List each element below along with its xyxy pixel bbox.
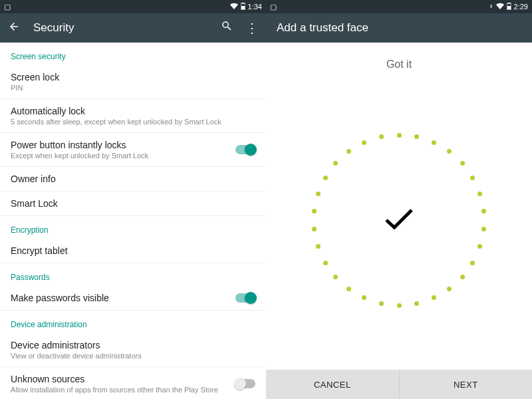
progress-dot — [333, 275, 338, 279]
wifi-icon — [230, 3, 238, 11]
progress-dot — [481, 227, 486, 231]
progress-dot — [460, 161, 465, 166]
row-text: Device administratorsView or deactivate … — [11, 340, 255, 360]
row-text: Smart Lock — [11, 198, 255, 209]
progress-dot — [447, 149, 452, 154]
svg-rect-5 — [507, 6, 511, 9]
progress-dot — [447, 287, 452, 291]
progress-dot — [432, 140, 436, 145]
progress-dot — [477, 192, 482, 196]
progress-dot — [312, 209, 317, 213]
settings-row[interactable]: Power button instantly locksExcept when … — [0, 133, 266, 167]
progress-dot — [323, 176, 328, 180]
settings-row[interactable]: Device administratorsView or deactivate … — [0, 333, 266, 367]
checkmark-icon — [382, 205, 416, 235]
progress-dot — [323, 261, 328, 265]
toggle-switch[interactable] — [235, 293, 255, 303]
progress-dot — [481, 209, 486, 213]
bluetooth-icon — [489, 3, 493, 11]
settings-row[interactable]: Owner info — [0, 167, 266, 192]
row-title: Owner info — [11, 174, 255, 184]
progress-dot — [470, 261, 475, 265]
progress-dot-circle — [313, 134, 485, 307]
section-header: Encryption — [0, 216, 266, 239]
back-icon[interactable] — [7, 21, 21, 36]
row-text: Screen lockPIN — [11, 72, 255, 92]
svg-rect-2 — [241, 6, 245, 9]
overflow-menu-icon[interactable]: ⋮ — [245, 20, 259, 36]
toggle-switch[interactable] — [235, 145, 255, 154]
picture-icon: ▢ — [4, 3, 11, 11]
row-text: Unknown sourcesAllow installation of app… — [11, 374, 235, 394]
progress-dot — [316, 244, 321, 249]
toggle-switch[interactable] — [235, 379, 255, 388]
row-text: Automatically lock5 seconds after sleep,… — [11, 106, 255, 126]
row-title: Encrypt tablet — [11, 245, 255, 256]
progress-dot — [379, 134, 384, 139]
progress-dot — [477, 244, 482, 249]
section-header: Screen security — [0, 43, 266, 65]
svg-rect-4 — [508, 3, 510, 4]
page-title: Add a trusted face — [277, 21, 525, 35]
appbar-trusted-face: Add a trusted face — [266, 13, 532, 43]
row-text: Make passwords visible — [11, 293, 235, 303]
page-title: Security — [33, 21, 219, 35]
section-header: Passwords — [0, 263, 266, 286]
settings-row[interactable]: Screen lockPIN — [0, 65, 266, 99]
progress-dot — [362, 140, 366, 145]
search-icon[interactable] — [219, 20, 234, 36]
row-subtitle: 5 seconds after sleep, except when kept … — [11, 118, 255, 126]
row-subtitle: Allow installation of apps from sources … — [11, 386, 235, 394]
progress-dot — [397, 303, 402, 308]
settings-row[interactable]: Unknown sourcesAllow installation of app… — [0, 367, 266, 399]
settings-row[interactable]: Smart Lock — [0, 192, 266, 216]
progress-dot — [470, 176, 475, 180]
row-text: Encrypt tablet — [11, 245, 255, 256]
row-text: Power button instantly locksExcept when … — [11, 140, 235, 160]
next-button[interactable]: NEXT — [399, 370, 533, 399]
row-subtitle: PIN — [11, 84, 255, 92]
battery-icon — [507, 3, 511, 11]
settings-row[interactable]: Make passwords visible — [0, 286, 266, 311]
row-title: Smart Lock — [11, 198, 255, 209]
row-title: Power button instantly locks — [11, 140, 235, 150]
screen-security: ▢ 1:34 Security ⋮ — [0, 0, 266, 399]
face-capture-area — [266, 70, 532, 370]
appbar-security: Security ⋮ — [0, 13, 266, 43]
progress-dot — [346, 149, 351, 154]
row-title: Make passwords visible — [11, 293, 235, 303]
progress-dot — [312, 227, 317, 231]
status-bar-right: ▢ 2:29 — [266, 0, 532, 13]
row-text: Owner info — [11, 174, 255, 184]
progress-dot — [362, 295, 366, 300]
settings-row[interactable]: Automatically lock5 seconds after sleep,… — [0, 99, 266, 133]
progress-dot — [379, 301, 384, 306]
row-subtitle: View or deactivate device administrators — [11, 352, 255, 360]
progress-dot — [460, 275, 465, 279]
status-clock-right: 2:29 — [514, 3, 528, 11]
progress-dot — [432, 295, 436, 300]
gotit-label: Got it — [266, 59, 532, 70]
row-subtitle: Except when kept unlocked by Smart Lock — [11, 152, 235, 160]
screen-trusted-face: ▢ 2:29 Add a trusted face Got it — [266, 0, 532, 399]
settings-list: Screen securityScreen lockPINAutomatical… — [0, 43, 266, 399]
wifi-icon — [496, 3, 504, 11]
status-clock-left: 1:34 — [248, 3, 262, 11]
row-title: Unknown sources — [11, 374, 235, 384]
face-capture-body: Got it CANCEL NEXT — [266, 43, 532, 399]
status-bar-left: ▢ 1:34 — [0, 0, 266, 13]
cancel-button[interactable]: CANCEL — [266, 370, 399, 399]
progress-dot — [316, 192, 321, 196]
progress-dot — [346, 287, 351, 291]
settings-row[interactable]: Encrypt tablet — [0, 239, 266, 263]
progress-dot — [414, 301, 419, 306]
section-header: Device administration — [0, 311, 266, 333]
battery-icon — [241, 3, 245, 11]
progress-dot — [333, 161, 338, 166]
row-title: Automatically lock — [11, 106, 255, 116]
row-title: Device administrators — [11, 340, 255, 350]
bottom-bar: CANCEL NEXT — [266, 370, 532, 399]
row-title: Screen lock — [11, 72, 255, 82]
picture-icon: ▢ — [270, 3, 277, 11]
progress-dot — [397, 133, 402, 138]
